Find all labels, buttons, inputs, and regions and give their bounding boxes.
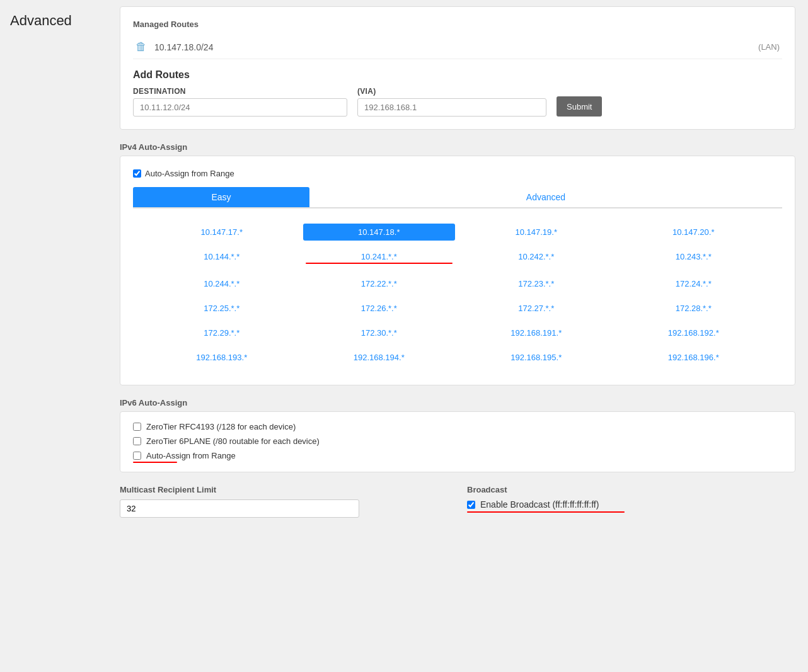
broadcast-section: Broadcast Enable Broadcast (ff:ff:ff:ff:… — [467, 485, 795, 518]
ip-range-item[interactable]: 172.29.*.* — [146, 324, 298, 341]
ipv6-option1-row: ZeroTier RFC4193 (/128 for each device) — [133, 422, 782, 431]
broadcast-label: Broadcast — [467, 485, 795, 494]
ipv6-card: ZeroTier RFC4193 (/128 for each device) … — [120, 411, 795, 472]
ip-range-item[interactable]: 192.168.194.* — [303, 349, 456, 366]
ip-range-item[interactable]: 10.144.*.* — [146, 248, 298, 268]
add-routes-title: Add Routes — [133, 69, 782, 81]
multicast-section: Multicast Recipient Limit — [120, 485, 448, 518]
managed-routes-card: Managed Routes 🗑 10.147.18.0/24 (LAN) Ad… — [120, 6, 795, 130]
ip-range-item[interactable]: 172.26.*.* — [303, 300, 456, 317]
ip-range-item[interactable]: 10.241.*.* — [303, 248, 456, 268]
ip-range-item[interactable]: 10.147.20.* — [618, 224, 770, 241]
ip-range-item[interactable]: 172.30.*.* — [303, 324, 456, 341]
broadcast-checkbox[interactable] — [467, 501, 475, 509]
ip-range-item[interactable]: 10.147.19.* — [460, 224, 613, 241]
destination-label: Destination — [133, 87, 347, 96]
broadcast-checkbox-row: Enable Broadcast (ff:ff:ff:ff:ff:ff) — [467, 499, 599, 510]
tab-advanced-button[interactable]: Advanced — [309, 187, 782, 207]
page-title: Advanced — [10, 13, 103, 29]
auto-assign-checkbox[interactable] — [133, 169, 141, 178]
ipv6-option3-checkbox[interactable] — [133, 452, 141, 460]
ipv6-option1-checkbox[interactable] — [133, 423, 141, 431]
destination-group: Destination — [133, 87, 347, 117]
ip-range-item[interactable]: 172.23.*.* — [460, 275, 613, 292]
broadcast-checkbox-label: Enable Broadcast (ff:ff:ff:ff:ff:ff) — [480, 499, 599, 510]
delete-route-icon[interactable]: 🗑 — [136, 40, 147, 54]
ipv4-section-label-outer: IPv4 Auto-Assign — [120, 142, 795, 152]
tab-row: Easy Advanced — [133, 187, 782, 208]
ip-range-item[interactable]: 172.22.*.* — [303, 275, 456, 292]
ip-range-item[interactable]: 192.168.195.* — [460, 349, 613, 366]
ipv6-option2-label: ZeroTier 6PLANE (/80 routable for each d… — [146, 436, 320, 446]
via-group: (via) — [357, 87, 546, 117]
add-routes-form: Destination (via) Submit — [133, 87, 782, 117]
page-layout: Advanced Managed Routes 🗑 10.147.18.0/24… — [0, 0, 808, 672]
tab-easy-button[interactable]: Easy — [133, 187, 309, 207]
destination-input[interactable] — [133, 98, 347, 117]
ip-range-item[interactable]: 10.242.*.* — [460, 248, 613, 268]
ipv6-red-underline — [133, 462, 177, 463]
route-ip: 10.147.18.0/24 — [154, 42, 213, 52]
ip-range-item[interactable]: 192.168.193.* — [146, 349, 298, 366]
via-input[interactable] — [357, 98, 546, 117]
ip-range-item[interactable]: 10.244.*.* — [146, 275, 298, 292]
sidebar: Advanced — [0, 0, 113, 672]
ip-range-item[interactable]: 172.28.*.* — [618, 300, 770, 317]
ipv4-card: Auto-Assign from Range Easy Advanced 10.… — [120, 156, 795, 385]
ipv6-option2-checkbox[interactable] — [133, 437, 141, 445]
submit-button[interactable]: Submit — [557, 96, 602, 117]
auto-assign-label: Auto-Assign from Range — [145, 169, 234, 178]
ipv6-option2-row: ZeroTier 6PLANE (/80 routable for each d… — [133, 436, 782, 446]
ip-red-underline — [306, 263, 453, 264]
ipv6-option1-label: ZeroTier RFC4193 (/128 for each device) — [146, 422, 296, 431]
multicast-input[interactable] — [120, 499, 359, 518]
ip-range-item[interactable]: 10.243.*.* — [618, 248, 770, 268]
ip-range-item[interactable]: 192.168.192.* — [618, 324, 770, 341]
via-label: (via) — [357, 87, 546, 96]
ip-range-item[interactable]: 10.147.17.* — [146, 224, 298, 241]
main-content: Managed Routes 🗑 10.147.18.0/24 (LAN) Ad… — [113, 0, 808, 672]
auto-assign-checkbox-row: Auto-Assign from Range — [133, 169, 782, 178]
multicast-label: Multicast Recipient Limit — [120, 485, 448, 494]
ip-range-item[interactable]: 192.168.191.* — [460, 324, 613, 341]
ipv6-option3-label: Auto-Assign from Range — [146, 451, 236, 460]
ip-range-grid: 10.147.17.*10.147.18.*10.147.19.*10.147.… — [133, 221, 782, 372]
ipv6-option3-row: Auto-Assign from Range — [133, 451, 236, 460]
ip-range-item[interactable]: 172.24.*.* — [618, 275, 770, 292]
broadcast-red-underline — [467, 511, 625, 513]
managed-routes-label: Managed Routes — [133, 20, 782, 29]
route-tag: (LAN) — [758, 42, 780, 52]
ip-range-item[interactable]: 10.147.18.* — [303, 224, 456, 241]
ip-range-item[interactable]: 172.25.*.* — [146, 300, 298, 317]
ip-range-item[interactable]: 192.168.196.* — [618, 349, 770, 366]
managed-route-row: 🗑 10.147.18.0/24 (LAN) — [133, 35, 782, 59]
bottom-row: Multicast Recipient Limit Broadcast Enab… — [120, 485, 795, 518]
ip-range-item[interactable]: 172.27.*.* — [460, 300, 613, 317]
ipv6-section-label-outer: IPv6 Auto-Assign — [120, 398, 795, 407]
